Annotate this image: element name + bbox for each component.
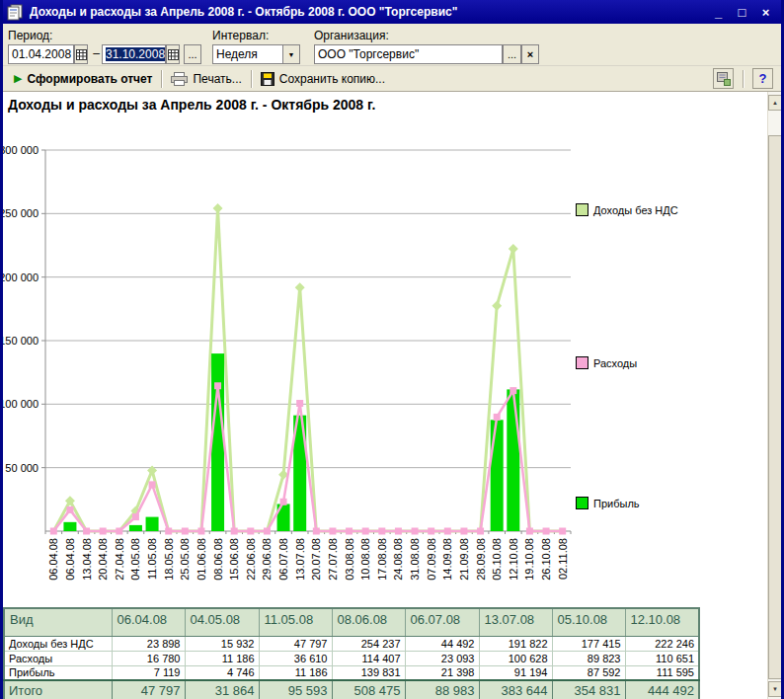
table-cell: 21 398 <box>405 665 479 680</box>
title-bar[interactable]: Доходы и расходы за Апрель 2008 г. - Окт… <box>3 0 781 24</box>
svg-text:03.08.08: 03.08.08 <box>344 538 355 581</box>
svg-text:26.10.08: 26.10.08 <box>540 538 552 581</box>
save-copy-button[interactable]: Сохранить копию... <box>257 70 389 88</box>
svg-text:02.11.08: 02.11.08 <box>557 538 569 580</box>
table-cell: 111 595 <box>625 665 699 680</box>
scrollbar-thumb[interactable] <box>768 135 782 679</box>
svg-text:06.04.08: 06.04.08 <box>47 538 59 581</box>
legend-item-expenses: Расходы <box>576 356 637 369</box>
table-cell: 177 415 <box>552 636 625 651</box>
scroll-down-button[interactable]: ▼ <box>768 681 782 697</box>
window-title: Доходы и расходы за Апрель 2008 г. - Окт… <box>30 5 457 19</box>
table-header-cell: 12.10.08 <box>625 608 699 636</box>
maximize-button[interactable]: □ <box>735 5 749 20</box>
table-cell: 31 864 <box>185 680 259 699</box>
table-cell: 354 831 <box>552 680 625 699</box>
table-cell: 89 823 <box>552 651 625 665</box>
table-cell: 139 831 <box>332 665 405 680</box>
svg-text:100 000: 100 000 <box>3 398 39 410</box>
legend-label-expenses: Расходы <box>593 357 637 369</box>
scroll-up-button[interactable]: ▲ <box>768 95 782 111</box>
table-cell: 508 475 <box>332 680 405 699</box>
svg-text:24.08.08: 24.08.08 <box>392 538 404 581</box>
svg-text:31.08.08: 31.08.08 <box>409 538 421 581</box>
selected-text: 31.10.2008 <box>106 47 165 61</box>
close-button[interactable]: × <box>758 5 773 20</box>
toolbar-separator <box>743 70 744 88</box>
period-to-calendar-button[interactable] <box>166 44 180 64</box>
table-cell: Итого <box>4 680 112 699</box>
svg-text:20.07.08: 20.07.08 <box>310 538 322 581</box>
svg-text:250 000: 250 000 <box>3 207 39 219</box>
generate-report-button[interactable]: ▶ Сформировать отчет <box>10 70 156 88</box>
table-cell: 87 592 <box>552 665 625 680</box>
period-dash: – <box>91 46 102 60</box>
table-cell: Расходы <box>4 651 112 665</box>
vertical-scrollbar[interactable]: ▲ ▼ <box>767 92 781 699</box>
question-mark-icon: ? <box>759 71 767 86</box>
minimize-button[interactable]: _ <box>711 5 726 20</box>
period-to-input[interactable]: 31.10.2008 <box>102 44 166 64</box>
interval-select[interactable]: Неделя <box>212 44 283 64</box>
organization-more-button[interactable]: ... <box>503 44 521 64</box>
svg-text:29.06.08: 29.06.08 <box>261 538 273 581</box>
period-from-input[interactable]: 01.04.2008 <box>8 44 74 64</box>
table-header-cell: 06.04.08 <box>112 608 185 636</box>
table-cell: 444 492 <box>625 680 699 699</box>
legend-item-profit: Прибыль <box>576 497 640 509</box>
toolbar-right-group: ? <box>713 68 773 89</box>
table-cell: 23 898 <box>112 636 185 651</box>
table-header-cell: 13.07.08 <box>479 608 552 636</box>
table-cell: 254 237 <box>332 636 405 651</box>
svg-text:13.04.08: 13.04.08 <box>81 538 93 581</box>
toolbar-separator <box>161 70 162 88</box>
period-from-calendar-button[interactable] <box>74 44 88 64</box>
table-header-cell: 05.10.08 <box>552 608 625 636</box>
svg-text:06.04.08: 06.04.08 <box>64 538 76 581</box>
interval-dropdown-button[interactable]: ▼ <box>282 44 300 64</box>
table-cell: 11 186 <box>259 665 332 680</box>
toolbar-separator <box>251 70 252 88</box>
arrow-up-icon: ▲ <box>772 100 778 106</box>
legend-swatch-income <box>576 203 588 216</box>
x-axis-labels: 06.04.0806.04.0813.04.0820.04.0827.04.08… <box>45 531 571 581</box>
calendar-icon <box>76 49 87 60</box>
table-cell: 47 797 <box>259 636 332 651</box>
svg-text:27.04.08: 27.04.08 <box>114 538 125 581</box>
svg-text:28.09.08: 28.09.08 <box>475 538 487 581</box>
svg-text:06.07.08: 06.07.08 <box>277 538 289 581</box>
table-header-cell: 08.06.08 <box>332 608 405 636</box>
table-cell: Прибыль <box>4 665 112 680</box>
table-header-cell: 11.05.08 <box>259 608 332 636</box>
svg-text:01.06.08: 01.06.08 <box>196 538 207 581</box>
table-cell: 4 746 <box>185 665 259 680</box>
svg-text:150 000: 150 000 <box>3 335 39 347</box>
organization-clear-button[interactable]: × <box>521 44 539 64</box>
report-settings-button[interactable] <box>713 68 734 89</box>
window-controls: _ □ × <box>711 5 773 20</box>
svg-text:21.09.08: 21.09.08 <box>458 538 470 581</box>
legend-swatch-profit <box>576 497 588 509</box>
svg-text:15.06.08: 15.06.08 <box>228 538 240 581</box>
svg-text:300 000: 300 000 <box>3 144 39 156</box>
svg-text:11.05.08: 11.05.08 <box>146 538 158 580</box>
interval-label: Интервал: <box>212 29 269 42</box>
table-header-cell: 06.07.08 <box>405 608 479 636</box>
period-label: Период: <box>8 29 52 42</box>
svg-text:07.09.08: 07.09.08 <box>426 538 437 581</box>
svg-text:10.08.08: 10.08.08 <box>359 538 371 581</box>
organization-input[interactable]: ООО "Торгсервис" <box>314 44 503 64</box>
report-toolbar: ▶ Сформировать отчет Печать... Сохранить… <box>3 65 781 92</box>
period-more-button[interactable]: ... <box>184 44 201 64</box>
help-button[interactable]: ? <box>752 68 773 89</box>
table-cell: 110 651 <box>625 651 699 665</box>
table-cell: 383 644 <box>479 680 552 699</box>
report-area: Доходы и расходы за Апрель 2008 г. - Окт… <box>3 92 767 699</box>
print-button[interactable]: Печать... <box>167 70 245 88</box>
table-cell: 44 492 <box>405 636 479 651</box>
svg-text:14.09.08: 14.09.08 <box>441 538 453 581</box>
table-cell: 114 407 <box>332 651 405 665</box>
svg-text:08.06.08: 08.06.08 <box>212 538 224 581</box>
report-settings-icon <box>716 71 732 87</box>
svg-text:19.10.08: 19.10.08 <box>523 538 535 581</box>
